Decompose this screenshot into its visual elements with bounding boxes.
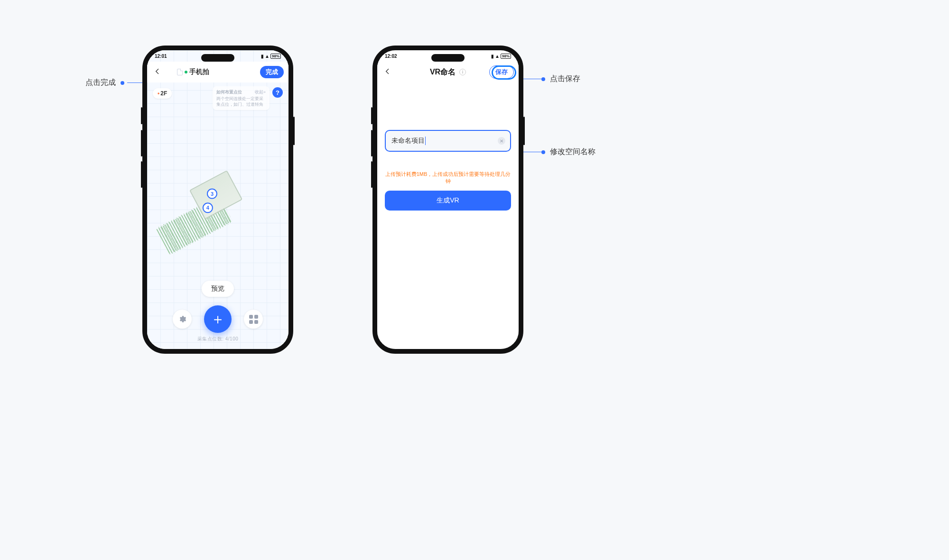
status-time: 12:02 xyxy=(385,54,397,59)
hint-collapse[interactable]: 收起» xyxy=(255,89,266,95)
back-button[interactable] xyxy=(382,65,393,80)
question-icon: ? xyxy=(276,89,279,96)
status-dot-icon xyxy=(185,71,187,73)
hint-card: 如何布置点位 收起» 两个空间连接处一定要采集点位，如门、过道转角 xyxy=(213,86,270,110)
callout-name-label: 修改空间名称 xyxy=(550,147,595,157)
point-count-label: 采集点位数: 4/100 xyxy=(147,336,288,342)
callout-save-label: 点击保存 xyxy=(550,74,580,84)
page-title: 手机拍 xyxy=(189,68,209,76)
settings-button[interactable] xyxy=(173,310,192,329)
info-icon[interactable]: i xyxy=(459,69,466,75)
dot-icon xyxy=(121,81,124,85)
status-time: 12:01 xyxy=(155,54,167,59)
add-point-button[interactable]: ＋ xyxy=(204,305,232,333)
preview-label: 预览 xyxy=(211,285,224,292)
chevron-left-icon xyxy=(154,68,161,75)
clear-input-button[interactable]: ✕ xyxy=(498,137,505,145)
generate-vr-button[interactable]: 生成VR xyxy=(385,191,511,211)
phone-capture: 12:01 ▮ ▲ 98% 手机拍 完成 •2F xyxy=(142,46,293,354)
hint-title: 如何布置点位 xyxy=(216,89,242,95)
project-name-value: 未命名项目 xyxy=(391,137,425,145)
scan-point-4[interactable]: 4 xyxy=(203,202,213,213)
navbar-capture: 手机拍 完成 xyxy=(147,62,288,83)
page-title: VR命名 xyxy=(430,67,456,77)
dot-icon xyxy=(541,77,545,81)
gear-icon xyxy=(178,315,186,323)
wifi-icon: ▲ xyxy=(495,54,500,59)
navbar-naming: VR命名 i 保存 xyxy=(377,62,519,83)
grid-button[interactable] xyxy=(244,310,263,329)
floor-dot-icon: • xyxy=(158,90,159,97)
hint-body: 两个空间连接处一定要采集点位，如门、过道转角 xyxy=(216,96,266,107)
done-button[interactable]: 完成 xyxy=(260,66,284,78)
back-button[interactable] xyxy=(152,65,163,80)
phone-notch xyxy=(201,54,234,62)
callout-name: 修改空间名称 xyxy=(515,147,595,157)
battery-icon: 98% xyxy=(501,54,511,59)
project-name-input[interactable]: 未命名项目 ✕ xyxy=(385,130,511,152)
scan-point-3[interactable]: 3 xyxy=(207,189,217,199)
status-icons: ▮ ▲ 98% xyxy=(261,54,281,59)
save-button[interactable]: 保存 xyxy=(489,65,514,79)
close-icon: ✕ xyxy=(500,138,503,144)
floor-selector[interactable]: •2F xyxy=(153,88,172,99)
help-button[interactable]: ? xyxy=(272,87,283,98)
callout-done-label: 点击完成 xyxy=(85,78,116,88)
callout-save: 点击保存 xyxy=(515,74,580,84)
bottom-toolbar: ＋ xyxy=(147,305,288,333)
title-group: 手机拍 xyxy=(177,68,209,76)
upload-hint: 上传预计耗费1MB，上传成功后预计需要等待处理几分钟 xyxy=(385,171,511,185)
signal-icon: ▮ xyxy=(261,54,264,59)
battery-icon: 98% xyxy=(270,54,281,59)
grid-icon xyxy=(249,315,258,324)
chevron-left-icon xyxy=(384,68,391,75)
wifi-icon: ▲ xyxy=(265,54,270,59)
preview-button[interactable]: 预览 xyxy=(202,281,234,297)
plus-icon: ＋ xyxy=(211,310,225,329)
phone-notch xyxy=(431,54,465,62)
generate-vr-label: 生成VR xyxy=(437,196,459,205)
document-icon xyxy=(177,69,183,75)
floor-label: 2F xyxy=(160,90,167,97)
dot-icon xyxy=(541,150,545,154)
page-title-group: VR命名 i xyxy=(430,67,466,77)
signal-icon: ▮ xyxy=(491,54,494,59)
phone-naming: 12:02 ▮ ▲ 98% VR命名 i 保存 未命名项目 xyxy=(372,46,523,354)
text-caret xyxy=(425,137,426,145)
status-icons: ▮ ▲ 98% xyxy=(491,54,511,59)
